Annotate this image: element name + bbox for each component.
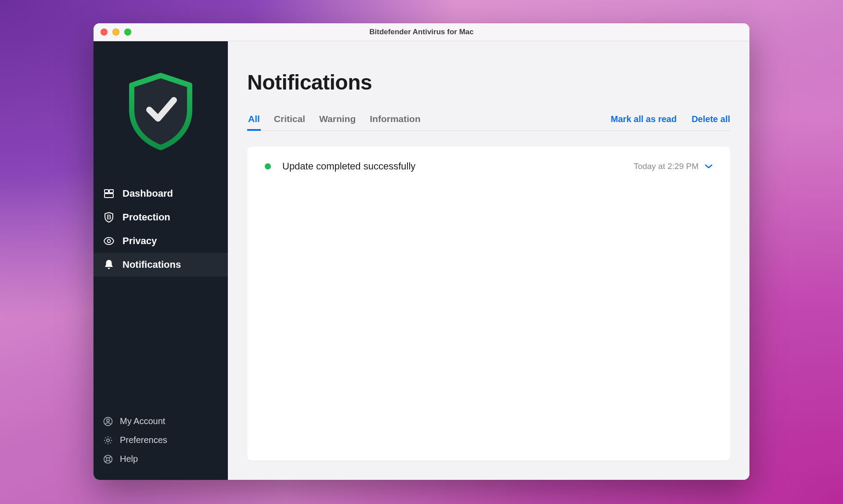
- chevron-down-icon[interactable]: [705, 164, 713, 169]
- app-status-shield-icon: [94, 41, 228, 182]
- filter-tab-label: Critical: [274, 114, 305, 124]
- filter-tab-critical[interactable]: Critical: [273, 114, 306, 130]
- notification-title: Update completed successfully: [282, 161, 415, 172]
- filter-tab-label: All: [248, 114, 260, 124]
- sidebar-item-my-account[interactable]: My Account: [94, 412, 228, 431]
- sidebar-item-help[interactable]: Help: [94, 450, 228, 468]
- filter-tabs: All Critical Warning Information: [247, 114, 422, 130]
- sidebar-footer: My Account Preferences: [94, 412, 228, 480]
- main-content: Notifications All Critical Warning: [228, 41, 749, 480]
- titlebar: Bitdefender Antivirus for Mac: [94, 23, 749, 41]
- sidebar: Dashboard Protection: [94, 41, 228, 480]
- delete-all-link[interactable]: Delete all: [692, 114, 730, 130]
- filter-actions: Mark all as read Delete all: [611, 114, 730, 130]
- mark-all-read-link[interactable]: Mark all as read: [611, 114, 677, 130]
- sidebar-item-privacy[interactable]: Privacy: [94, 229, 228, 253]
- filter-row: All Critical Warning Information: [247, 114, 730, 131]
- filter-tab-warning[interactable]: Warning: [318, 114, 357, 130]
- notification-meta: Today at 2:29 PM: [634, 162, 713, 171]
- lifebuoy-icon: [103, 454, 113, 464]
- window-body: Dashboard Protection: [94, 41, 749, 480]
- sidebar-item-label: Notifications: [122, 259, 181, 270]
- svg-rect-2: [104, 194, 113, 198]
- notifications-list: Update completed successfully Today at 2…: [247, 147, 730, 461]
- notification-item[interactable]: Update completed successfully Today at 2…: [247, 147, 730, 186]
- notification-time: Today at 2:29 PM: [634, 162, 699, 171]
- filter-tab-label: Information: [370, 114, 421, 124]
- window-title: Bitdefender Antivirus for Mac: [94, 28, 749, 36]
- svg-rect-0: [104, 190, 108, 193]
- sidebar-item-label: My Account: [120, 416, 165, 426]
- filter-tab-label: Warning: [319, 114, 356, 124]
- sidebar-item-preferences[interactable]: Preferences: [94, 431, 228, 450]
- sidebar-item-label: Help: [120, 454, 138, 464]
- person-circle-icon: [103, 417, 113, 426]
- sidebar-item-protection[interactable]: Protection: [94, 205, 228, 229]
- sidebar-item-label: Dashboard: [122, 188, 173, 199]
- sidebar-spacer: [94, 277, 228, 412]
- desktop-background: Bitdefender Antivirus for Mac: [0, 0, 843, 504]
- sidebar-item-label: Privacy: [122, 235, 157, 247]
- svg-point-5: [107, 419, 109, 421]
- window-zoom-button[interactable]: [124, 29, 131, 36]
- sidebar-item-dashboard[interactable]: Dashboard: [94, 182, 228, 205]
- svg-point-6: [107, 439, 109, 441]
- window-close-button[interactable]: [101, 29, 108, 36]
- svg-point-8: [106, 457, 109, 461]
- page-title: Notifications: [247, 70, 730, 94]
- sidebar-item-label: Preferences: [120, 435, 167, 445]
- eye-icon: [103, 235, 115, 247]
- sidebar-nav: Dashboard Protection: [94, 182, 228, 277]
- traffic-lights: [94, 29, 131, 36]
- sidebar-item-notifications[interactable]: Notifications: [94, 253, 228, 277]
- shield-b-icon: [103, 212, 115, 223]
- sidebar-item-label: Protection: [122, 212, 170, 223]
- filter-tab-information[interactable]: Information: [369, 114, 422, 130]
- filter-tab-all[interactable]: All: [247, 114, 261, 131]
- dashboard-icon: [103, 188, 115, 199]
- window-minimize-button[interactable]: [112, 29, 119, 36]
- svg-point-3: [108, 240, 111, 243]
- bell-icon: [103, 259, 115, 270]
- svg-rect-1: [109, 190, 113, 193]
- gear-icon: [103, 436, 113, 445]
- status-dot-icon: [265, 163, 271, 169]
- app-window: Bitdefender Antivirus for Mac: [94, 23, 749, 480]
